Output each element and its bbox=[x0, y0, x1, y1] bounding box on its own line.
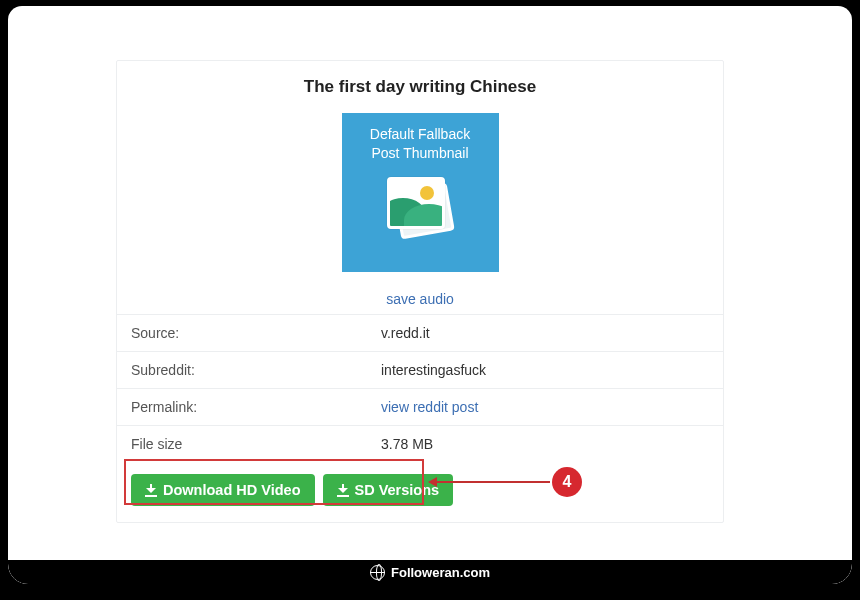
meta-row-permalink: Permalink: view reddit post bbox=[117, 389, 723, 426]
download-buttons-row: Download HD Video SD Versions bbox=[117, 462, 723, 522]
placeholder-image-icon bbox=[381, 173, 459, 243]
download-icon bbox=[145, 484, 157, 496]
download-icon bbox=[337, 484, 349, 496]
meta-value: view reddit post bbox=[381, 399, 709, 415]
save-audio-link[interactable]: save audio bbox=[386, 291, 454, 307]
sd-versions-label: SD Versions bbox=[355, 482, 440, 498]
download-hd-button[interactable]: Download HD Video bbox=[131, 474, 315, 506]
page-container: The first day writing Chinese Default Fa… bbox=[8, 6, 852, 584]
meta-label: Source: bbox=[131, 325, 381, 341]
meta-row-source: Source: v.redd.it bbox=[117, 315, 723, 352]
sd-versions-button[interactable]: SD Versions bbox=[323, 474, 454, 506]
meta-row-filesize: File size 3.78 MB bbox=[117, 426, 723, 462]
thumbnail-container: Default Fallback Post Thumbnail bbox=[117, 109, 723, 282]
post-thumbnail: Default Fallback Post Thumbnail bbox=[342, 113, 499, 272]
meta-value: v.redd.it bbox=[381, 325, 709, 341]
page-footer: Followeran.com bbox=[8, 560, 852, 584]
post-title: The first day writing Chinese bbox=[117, 61, 723, 109]
meta-value: 3.78 MB bbox=[381, 436, 709, 452]
meta-label: Permalink: bbox=[131, 399, 381, 415]
footer-site-label: Followeran.com bbox=[391, 565, 490, 580]
meta-label: Subreddit: bbox=[131, 362, 381, 378]
thumbnail-fallback-text: Default Fallback Post Thumbnail bbox=[370, 125, 470, 163]
globe-icon bbox=[370, 565, 385, 580]
meta-label: File size bbox=[131, 436, 381, 452]
download-hd-label: Download HD Video bbox=[163, 482, 301, 498]
meta-value: interestingasfuck bbox=[381, 362, 709, 378]
thumbnail-line2: Post Thumbnail bbox=[371, 145, 468, 161]
meta-row-subreddit: Subreddit: interestingasfuck bbox=[117, 352, 723, 389]
metadata-table: Source: v.redd.it Subreddit: interesting… bbox=[117, 314, 723, 462]
download-card: The first day writing Chinese Default Fa… bbox=[116, 60, 724, 523]
thumbnail-line1: Default Fallback bbox=[370, 126, 470, 142]
save-audio-row: save audio bbox=[117, 282, 723, 314]
view-reddit-post-link[interactable]: view reddit post bbox=[381, 399, 478, 415]
